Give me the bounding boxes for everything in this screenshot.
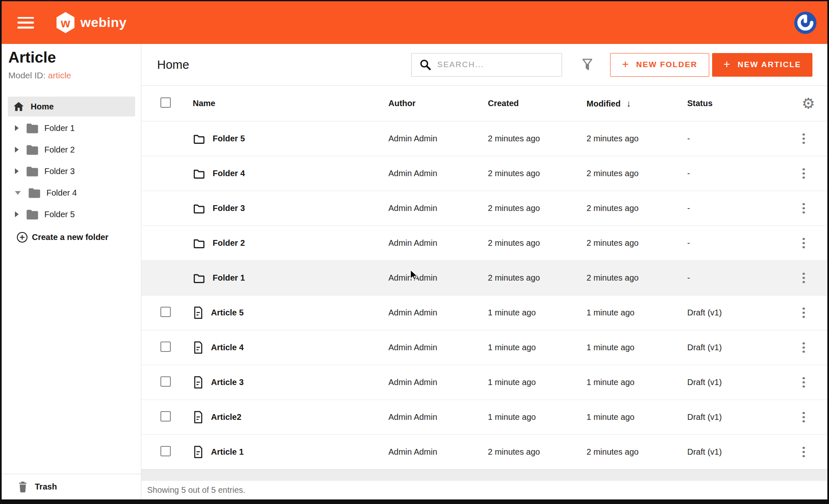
new-folder-button[interactable]: + NEW FOLDER (610, 53, 709, 77)
sidebar-folder-item[interactable]: Folder 3 (2, 160, 141, 182)
row-menu-button[interactable] (799, 200, 808, 217)
sidebar-folder-item[interactable]: Folder 2 (2, 139, 141, 160)
horizontal-scrollbar-track[interactable] (141, 470, 827, 481)
row-name[interactable]: Folder 3 (213, 204, 245, 213)
row-menu-button[interactable] (799, 304, 808, 322)
row-checkbox[interactable] (160, 307, 171, 317)
row-menu-button[interactable] (799, 130, 808, 148)
user-avatar[interactable] (794, 12, 817, 34)
sidebar: Article Model ID: article Home (2, 44, 141, 499)
row-checkbox[interactable] (160, 342, 171, 352)
row-created: 1 minute ago (488, 343, 587, 352)
table-row[interactable]: Folder 4 Admin Admin 2 minutes ago 2 min… (141, 156, 827, 191)
table-row[interactable]: Folder 1 Admin Admin 2 minutes ago 2 min… (141, 261, 827, 296)
table-settings-gear-icon[interactable]: ⚙ (802, 96, 815, 111)
column-header-created[interactable]: Created (488, 99, 587, 108)
row-menu-button[interactable] (799, 235, 808, 252)
create-folder-button[interactable]: Create a new folder (2, 227, 141, 247)
row-author: Admin Admin (388, 169, 488, 178)
folder-icon (26, 123, 39, 133)
sidebar-folder-item[interactable]: Folder 1 (2, 117, 141, 139)
table-row[interactable]: Article 4 Admin Admin 1 minute ago 1 min… (141, 330, 827, 365)
column-header-modified[interactable]: Modified↓ (587, 98, 687, 109)
row-name[interactable]: Article 1 (211, 447, 244, 457)
row-checkbox[interactable] (160, 446, 171, 456)
plus-circle-icon (17, 232, 28, 243)
row-name[interactable]: Folder 5 (213, 134, 245, 143)
webiny-logo[interactable]: w webiny (56, 12, 126, 34)
webiny-hexagon-icon: w (56, 12, 75, 34)
row-status: Draft (v1) (687, 447, 793, 457)
row-modified: 2 minutes ago (587, 273, 687, 283)
table-row[interactable]: Article 1 Admin Admin 2 minutes ago 2 mi… (141, 435, 827, 470)
row-modified: 1 minute ago (587, 378, 687, 387)
filter-button[interactable] (581, 58, 594, 71)
row-menu-button[interactable] (799, 339, 808, 356)
search-input[interactable] (437, 60, 556, 69)
row-created: 2 minutes ago (488, 169, 587, 178)
row-created: 2 minutes ago (488, 134, 587, 143)
row-modified: 2 minutes ago (587, 447, 687, 457)
column-header-status[interactable]: Status (687, 99, 793, 108)
row-modified: 2 minutes ago (587, 204, 687, 213)
search-box[interactable] (411, 53, 562, 77)
folder-icon (193, 272, 205, 284)
plus-icon: + (723, 58, 731, 70)
row-checkbox[interactable] (160, 411, 171, 422)
row-status: Draft (v1) (687, 343, 793, 352)
row-checkbox[interactable] (160, 376, 171, 387)
table-row[interactable]: Folder 5 Admin Admin 2 minutes ago 2 min… (141, 121, 827, 156)
row-author: Admin Admin (388, 343, 488, 352)
select-all-checkbox[interactable] (160, 97, 171, 108)
row-name[interactable]: Folder 1 (213, 273, 245, 283)
row-modified: 1 minute ago (587, 412, 687, 422)
row-menu-button[interactable] (799, 409, 808, 426)
new-article-button[interactable]: + NEW ARTICLE (712, 53, 812, 77)
row-name[interactable]: Article 5 (211, 308, 244, 317)
row-name[interactable]: Article 3 (211, 378, 244, 387)
new-article-label: NEW ARTICLE (738, 60, 801, 69)
row-name[interactable]: Article 4 (211, 343, 244, 352)
sidebar-item-home[interactable]: Home (8, 97, 135, 116)
folder-icon (26, 166, 39, 177)
filter-funnel-icon (581, 58, 594, 71)
document-icon (193, 446, 204, 458)
row-menu-button[interactable] (799, 165, 808, 182)
table-row[interactable]: Folder 2 Admin Admin 2 minutes ago 2 min… (141, 226, 827, 261)
row-author: Admin Admin (388, 204, 488, 213)
sidebar-folder-item[interactable]: Folder 5 (2, 204, 141, 225)
table-row[interactable]: Article2 Admin Admin 1 minute ago 1 minu… (141, 400, 827, 435)
sidebar-item-label: Home (31, 102, 54, 111)
table-row[interactable]: Article 5 Admin Admin 1 minute ago 1 min… (141, 296, 827, 330)
menu-icon[interactable] (17, 17, 34, 29)
row-menu-button[interactable] (799, 269, 808, 287)
table-row[interactable]: Folder 3 Admin Admin 2 minutes ago 2 min… (141, 191, 827, 226)
folder-icon (28, 188, 41, 198)
column-header-name[interactable]: Name (193, 99, 388, 108)
table-row[interactable]: Article 3 Admin Admin 1 minute ago 1 min… (141, 365, 827, 400)
row-name[interactable]: Folder 2 (213, 238, 245, 248)
row-status: - (687, 204, 793, 213)
row-menu-button[interactable] (799, 374, 808, 391)
row-status: - (687, 238, 793, 248)
row-name[interactable]: Article2 (211, 412, 241, 422)
row-created: 2 minutes ago (488, 204, 587, 213)
sidebar-folder-item[interactable]: Folder 4 (2, 182, 141, 204)
column-header-author[interactable]: Author (388, 99, 488, 108)
caret-icon[interactable] (15, 191, 21, 195)
row-name[interactable]: Folder 4 (213, 169, 245, 178)
row-status: Draft (v1) (687, 412, 793, 422)
model-id-label: Model ID: (8, 70, 46, 80)
top-navigation-bar: w webiny (2, 1, 827, 44)
table-footer: Showing 5 out of 5 entries. (141, 481, 827, 499)
caret-icon[interactable] (15, 147, 19, 153)
document-icon (193, 376, 204, 389)
caret-icon[interactable] (15, 125, 19, 131)
caret-icon[interactable] (15, 211, 19, 217)
row-menu-button[interactable] (799, 443, 808, 461)
row-modified: 2 minutes ago (587, 134, 687, 143)
folder-icon (193, 133, 205, 145)
trash-button[interactable]: Trash (2, 474, 141, 499)
caret-icon[interactable] (15, 168, 19, 174)
row-modified: 2 minutes ago (587, 238, 687, 248)
